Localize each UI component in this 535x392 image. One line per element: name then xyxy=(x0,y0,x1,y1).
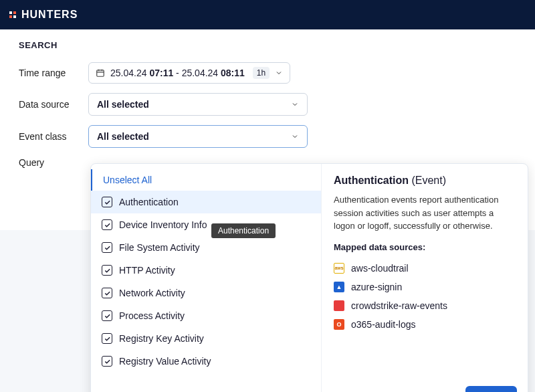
event-class-option[interactable]: Network Activity xyxy=(91,282,321,304)
checkbox-icon xyxy=(102,242,112,253)
event-class-option[interactable]: Registry Value Activity xyxy=(91,350,321,373)
calendar-icon xyxy=(96,68,105,78)
option-label: Network Activity xyxy=(119,288,185,298)
time-range-picker[interactable]: 25.04.24 07:11 - 25.04.24 08:11 1h xyxy=(88,62,290,84)
label-query: Query xyxy=(19,157,88,168)
source-azure-icon: ▲ xyxy=(334,282,344,292)
source-label: crowdstrike-raw-events xyxy=(351,300,447,311)
chevron-down-icon xyxy=(291,100,299,108)
checkbox-icon xyxy=(102,356,112,367)
source-label: aws-cloudtrail xyxy=(351,263,409,274)
search-panel: SEARCH Time range 25.04.24 07:11 - 25.04… xyxy=(0,29,535,230)
checkbox-icon xyxy=(102,219,112,230)
checkbox-icon xyxy=(102,333,112,344)
checkbox-icon xyxy=(102,265,112,276)
select-button[interactable]: Select xyxy=(465,386,517,392)
option-label: Authentication xyxy=(119,197,179,207)
unselect-all-link[interactable]: Unselect All xyxy=(91,169,321,191)
mapped-sources-heading: Mapped data sources: xyxy=(334,242,516,252)
event-class-option[interactable]: Authentication xyxy=(91,191,321,213)
section-title: SEARCH xyxy=(19,40,516,50)
label-time-range: Time range xyxy=(19,68,88,78)
source-label: azure-signin xyxy=(351,282,402,292)
brand-logo: HUNTERS xyxy=(9,9,78,21)
event-class-value: All selected xyxy=(97,131,149,142)
logo-dots-icon xyxy=(9,11,16,18)
checkbox-icon xyxy=(102,197,112,207)
event-class-option[interactable]: Device Inventory Info xyxy=(91,213,321,236)
mapped-source-item: Oo365-audit-logs xyxy=(334,315,516,334)
row-data-source: Data source All selected xyxy=(19,93,516,116)
label-event-class: Event class xyxy=(19,131,88,142)
event-class-option[interactable]: File System Activity xyxy=(91,236,321,259)
label-data-source: Data source xyxy=(19,99,88,110)
option-label: File System Activity xyxy=(119,242,200,253)
event-class-panel: Unselect All AuthenticationDevice Invent… xyxy=(90,163,528,392)
data-source-dropdown[interactable]: All selected xyxy=(88,93,308,116)
event-class-options: Unselect All AuthenticationDevice Invent… xyxy=(91,164,322,392)
checkbox-icon xyxy=(102,288,112,298)
top-bar: HUNTERS xyxy=(0,0,535,29)
event-class-option[interactable]: Process Activity xyxy=(91,304,321,327)
time-preset-pill[interactable]: 1h xyxy=(253,67,270,79)
event-class-dropdown[interactable]: All selected xyxy=(88,125,308,148)
event-class-option[interactable]: Registry Key Activity xyxy=(91,327,321,350)
time-range-text: 25.04.24 07:11 - 25.04.24 08:11 xyxy=(110,68,245,78)
data-source-value: All selected xyxy=(97,99,149,110)
brand-name: HUNTERS xyxy=(21,9,78,21)
mapped-sources-list: awsaws-cloudtrail▲azure-signincrowdstrik… xyxy=(334,259,516,334)
source-label: o365-audit-logs xyxy=(351,319,416,330)
option-label: Registry Key Activity xyxy=(119,333,204,344)
source-aws-icon: aws xyxy=(334,263,344,274)
checkbox-icon xyxy=(102,310,112,321)
mapped-source-item: crowdstrike-raw-events xyxy=(334,296,516,315)
row-event-class: Event class All selected xyxy=(19,125,516,148)
chevron-down-icon xyxy=(275,69,283,77)
detail-description: Authentication events report authenticat… xyxy=(334,193,516,233)
mapped-source-item: ▲azure-signin xyxy=(334,278,516,296)
event-class-option[interactable]: HTTP Activity xyxy=(91,259,321,282)
row-time-range: Time range 25.04.24 07:11 - 25.04.24 08:… xyxy=(19,62,516,84)
tooltip: Authentication xyxy=(211,223,276,238)
mapped-source-item: awsaws-cloudtrail xyxy=(334,259,516,278)
option-label: Registry Value Activity xyxy=(119,356,211,367)
chevron-down-icon xyxy=(291,132,299,140)
source-o365-icon: O xyxy=(334,319,344,330)
svg-rect-0 xyxy=(97,70,104,76)
detail-title: Authentication (Event) xyxy=(334,175,516,187)
event-class-detail: Authentication (Event) Authentication ev… xyxy=(322,164,528,392)
source-cs-icon xyxy=(334,300,344,311)
option-label: Device Inventory Info xyxy=(119,219,207,230)
option-label: Process Activity xyxy=(119,310,185,321)
option-label: HTTP Activity xyxy=(119,265,175,276)
